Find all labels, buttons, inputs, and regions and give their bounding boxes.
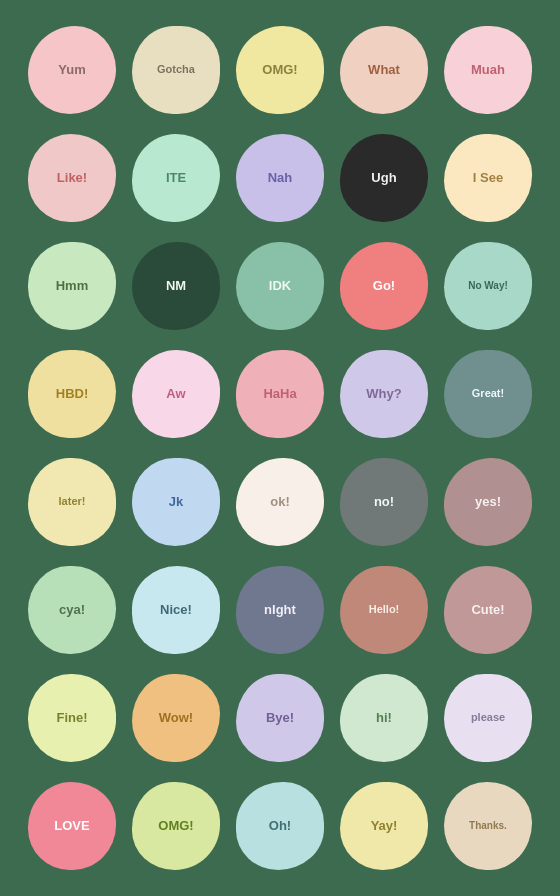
bubble-hello[interactable]: Hello! (340, 566, 428, 654)
bubble-label-like: Like! (53, 166, 91, 190)
bubble-label-omg2: OMG! (154, 814, 197, 838)
bubble-label-hbd: HBD! (52, 382, 93, 406)
bubble-yay[interactable]: Yay! (340, 782, 428, 870)
bubble-ite[interactable]: ITE (132, 134, 220, 222)
bubble-why[interactable]: Why? (340, 350, 428, 438)
bubble-label-ugh: Ugh (367, 166, 400, 190)
bubble-label-love: LOVE (50, 814, 93, 838)
bubble-label-wow: Wow! (155, 706, 197, 730)
bubble-label-nice: Nice! (156, 598, 196, 622)
bubble-muah[interactable]: Muah (444, 26, 532, 114)
bubble-fine[interactable]: Fine! (28, 674, 116, 762)
bubble-label-yum: Yum (54, 58, 89, 82)
bubble-please[interactable]: please (444, 674, 532, 762)
bubble-yum[interactable]: Yum (28, 26, 116, 114)
bubble-haha[interactable]: HaHa (236, 350, 324, 438)
bubble-label-no: no! (370, 490, 398, 514)
bubble-hbd[interactable]: HBD! (28, 350, 116, 438)
bubble-cya[interactable]: cya! (28, 566, 116, 654)
bubble-aw[interactable]: Aw (132, 350, 220, 438)
bubble-label-nah: Nah (264, 166, 297, 190)
bubble-label-gotcha: Gotcha (153, 59, 199, 80)
bubble-label-go: Go! (369, 274, 399, 298)
bubble-label-omg: OMG! (258, 58, 301, 82)
bubble-jk[interactable]: Jk (132, 458, 220, 546)
bubble-oh[interactable]: Oh! (236, 782, 324, 870)
bubble-go[interactable]: Go! (340, 242, 428, 330)
bubble-later[interactable]: later! (28, 458, 116, 546)
bubble-label-nm: NM (162, 274, 190, 298)
bubble-label-isee: I See (469, 166, 507, 190)
bubble-label-hmm: Hmm (52, 274, 93, 298)
bubble-label-cute: Cute! (467, 598, 508, 622)
bubble-label-ite: ITE (162, 166, 190, 190)
bubble-label-hi: hi! (372, 706, 396, 730)
bubble-noway[interactable]: No Way! (444, 242, 532, 330)
bubble-gotcha[interactable]: Gotcha (132, 26, 220, 114)
bubble-hmm[interactable]: Hmm (28, 242, 116, 330)
bubble-cute[interactable]: Cute! (444, 566, 532, 654)
bubble-nah[interactable]: Nah (236, 134, 324, 222)
bubble-label-aw: Aw (162, 382, 189, 406)
bubble-ugh[interactable]: Ugh (340, 134, 428, 222)
bubble-no[interactable]: no! (340, 458, 428, 546)
bubble-ok[interactable]: ok! (236, 458, 324, 546)
bubble-label-thanks: Thanks. (465, 816, 511, 836)
bubble-thanks[interactable]: Thanks. (444, 782, 532, 870)
bubble-label-hello: Hello! (365, 599, 404, 620)
bubble-like[interactable]: Like! (28, 134, 116, 222)
bubble-label-haha: HaHa (259, 382, 300, 406)
bubble-omg[interactable]: OMG! (236, 26, 324, 114)
bubble-label-fine: Fine! (52, 706, 91, 730)
bubble-label-why: Why? (362, 382, 405, 406)
bubble-night[interactable]: nIght (236, 566, 324, 654)
bubble-label-ok: ok! (266, 490, 294, 514)
bubble-label-night: nIght (260, 598, 300, 622)
bubble-label-great: Great! (468, 383, 508, 404)
bubble-isee[interactable]: I See (444, 134, 532, 222)
bubble-what[interactable]: What (340, 26, 428, 114)
bubble-hi[interactable]: hi! (340, 674, 428, 762)
bubble-nice[interactable]: Nice! (132, 566, 220, 654)
bubble-label-muah: Muah (467, 58, 509, 82)
bubble-label-yes: yes! (471, 490, 505, 514)
bubble-nm[interactable]: NM (132, 242, 220, 330)
bubble-label-later: later! (55, 491, 90, 512)
bubble-label-noway: No Way! (464, 276, 512, 296)
bubble-bye[interactable]: Bye! (236, 674, 324, 762)
bubble-label-yay: Yay! (367, 814, 402, 838)
bubble-love[interactable]: LOVE (28, 782, 116, 870)
bubble-omg2[interactable]: OMG! (132, 782, 220, 870)
bubble-label-what: What (364, 58, 404, 82)
bubble-yes[interactable]: yes! (444, 458, 532, 546)
emoji-grid: YumGotchaOMG!WhatMuahLike!ITENahUghI See… (8, 4, 552, 892)
bubble-label-idk: IDK (265, 274, 295, 298)
bubble-label-bye: Bye! (262, 706, 298, 730)
bubble-wow[interactable]: Wow! (132, 674, 220, 762)
bubble-label-please: please (467, 707, 509, 728)
bubble-label-oh: Oh! (265, 814, 295, 838)
bubble-great[interactable]: Great! (444, 350, 532, 438)
bubble-label-jk: Jk (165, 490, 187, 514)
bubble-label-cya: cya! (55, 598, 89, 622)
bubble-idk[interactable]: IDK (236, 242, 324, 330)
